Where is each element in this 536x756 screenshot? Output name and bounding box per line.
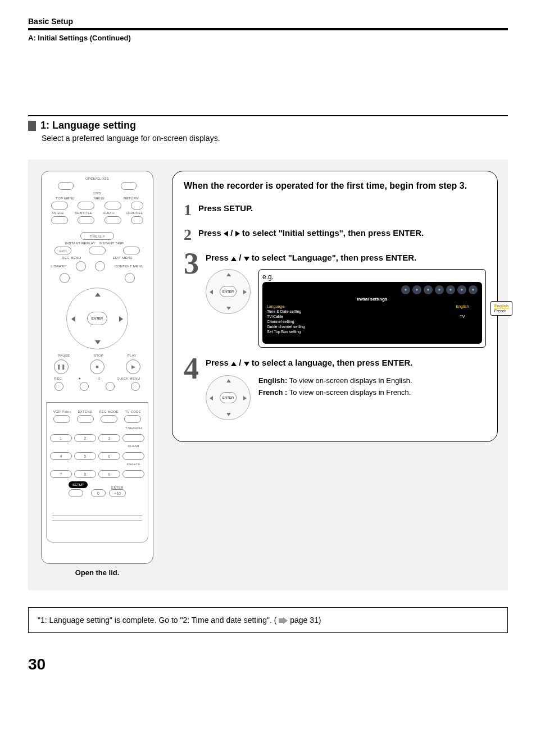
tv-code-button[interactable] bbox=[124, 415, 141, 423]
rule-thick bbox=[28, 28, 508, 30]
up-icon bbox=[231, 362, 237, 366]
num-2[interactable]: 2 bbox=[74, 434, 96, 442]
rec-button[interactable] bbox=[54, 382, 63, 391]
play-button[interactable]: ▶ bbox=[126, 359, 140, 374]
page-ref-arrow-icon bbox=[279, 617, 288, 624]
down-icon bbox=[244, 362, 249, 366]
top-menu-button[interactable] bbox=[51, 202, 68, 210]
step-number: 4 bbox=[184, 353, 199, 384]
clear-button[interactable] bbox=[122, 452, 144, 460]
return-button[interactable] bbox=[105, 202, 121, 210]
step-3: 3 Press / to select "Language", then pre… bbox=[184, 252, 486, 348]
num-9[interactable]: 9 bbox=[98, 470, 120, 478]
audio-button[interactable] bbox=[105, 216, 121, 224]
panel-intro: When the recorder is operated for the fi… bbox=[184, 180, 486, 192]
lbl-instant-replay: INSTANT REPLAY bbox=[46, 242, 96, 245]
power-button[interactable] bbox=[121, 182, 137, 190]
content-region: OPEN/CLOSE DVD TOP MENU MENU RETURN bbox=[28, 160, 508, 590]
star-button[interactable] bbox=[80, 382, 89, 391]
channel-down-button[interactable] bbox=[131, 216, 143, 224]
num-8[interactable]: 8 bbox=[74, 470, 96, 478]
num-0[interactable]: 0 bbox=[91, 489, 106, 497]
remote-lid: VCR Plus+ EXTEND REC MODE TV CODE bbox=[46, 402, 148, 543]
rec-menu-button[interactable] bbox=[76, 261, 86, 271]
step-3-title: Press / to select "Language", then press… bbox=[206, 252, 486, 263]
lbl-tv-code: TV CODE bbox=[125, 410, 141, 413]
timeslip-button[interactable]: TIMESLIP bbox=[80, 232, 114, 240]
lbl-play: PLAY bbox=[128, 354, 137, 357]
lbl-dvd: DVD bbox=[46, 192, 148, 195]
vcr-plus-button[interactable] bbox=[53, 415, 70, 423]
dpad-up-icon bbox=[226, 379, 231, 382]
rule-mid bbox=[28, 115, 508, 116]
instruction-panel: When the recorder is operated for the fi… bbox=[172, 171, 498, 442]
number-grid: T.SEARCH 1 2 3 CLEAR 4 5 6 DELETE 7 bbox=[50, 426, 144, 478]
lbl-rec-mode: REC MODE bbox=[99, 410, 119, 413]
lbl-channel: CHANNEL bbox=[125, 211, 143, 215]
osd-row-value bbox=[447, 330, 478, 334]
text: to select "Language", then press ENTER. bbox=[252, 253, 416, 262]
content-menu-button[interactable] bbox=[125, 273, 135, 283]
setup-button[interactable] bbox=[69, 489, 83, 497]
rec-mode-button[interactable] bbox=[101, 415, 117, 423]
enter-button[interactable]: ENTER bbox=[87, 312, 107, 325]
subtitle-button[interactable] bbox=[78, 216, 94, 224]
step-2-title: Press / to select "Initial settings", th… bbox=[198, 227, 486, 239]
library-button[interactable] bbox=[60, 273, 70, 283]
language-options: English: To view on-screen displays in E… bbox=[258, 375, 412, 399]
instant-replay-button[interactable] bbox=[89, 247, 106, 254]
lid-door-lines bbox=[52, 515, 142, 532]
easy-navi-button[interactable]: EASY bbox=[54, 247, 71, 254]
num-1[interactable]: 1 bbox=[50, 434, 72, 442]
dpad[interactable]: ENTER bbox=[66, 288, 128, 349]
lbl-subtitle: SUBTITLE bbox=[75, 211, 92, 215]
dpad-down-icon bbox=[95, 340, 101, 344]
osd-row-value bbox=[447, 325, 478, 329]
osd-example: e.g. ● ● ● ● ● ● ● bbox=[258, 269, 486, 348]
quick-menu-button[interactable] bbox=[131, 382, 140, 391]
num-4[interactable]: 4 bbox=[50, 452, 72, 460]
channel-up-button[interactable] bbox=[131, 202, 143, 210]
osd-screen: ● ● ● ● ● ● ● Initial settings bbox=[262, 282, 482, 344]
osd-row-label: Set Top Box setting bbox=[267, 330, 301, 334]
lbl-content-menu: CONTENT MENU bbox=[115, 265, 144, 268]
o-button[interactable] bbox=[106, 382, 115, 391]
lbl-instant-skip: INSTANT SKIP bbox=[99, 242, 148, 245]
dpad-right-icon bbox=[243, 396, 247, 400]
lbl-return: RETURN bbox=[124, 197, 139, 200]
lbl-rec-menu: REC MENU bbox=[62, 256, 81, 259]
num-6[interactable]: 6 bbox=[98, 452, 120, 460]
extend-button[interactable] bbox=[77, 415, 94, 423]
num-3[interactable]: 3 bbox=[98, 434, 120, 442]
osd-row-value bbox=[447, 309, 478, 313]
dpad-up-icon bbox=[226, 273, 231, 276]
step-1-title: Press SETUP. bbox=[198, 202, 486, 214]
tsearch-button[interactable] bbox=[122, 434, 144, 442]
lbl-clear: CLEAR bbox=[122, 444, 144, 450]
remote-caption: Open the lid. bbox=[38, 568, 156, 577]
angle-button[interactable] bbox=[51, 216, 68, 224]
stop-button[interactable]: ■ bbox=[90, 359, 105, 374]
text: Press bbox=[198, 228, 224, 238]
menu-button[interactable] bbox=[78, 202, 94, 210]
footer-note: "1: Language setting" is complete. Go to… bbox=[28, 607, 508, 633]
text: to select "Initial settings", then press… bbox=[242, 228, 424, 238]
num-5[interactable]: 5 bbox=[74, 452, 96, 460]
dpad-down-icon bbox=[226, 413, 231, 416]
step-4: 4 Press / to select a language, then pre… bbox=[184, 357, 486, 420]
osd-title: Initial settings bbox=[267, 297, 478, 302]
instant-skip-button[interactable] bbox=[123, 247, 140, 254]
osd-row: Set Top Box setting bbox=[267, 329, 478, 334]
open-close-button[interactable] bbox=[58, 182, 74, 190]
pause-button[interactable]: ❚❚ bbox=[54, 359, 69, 374]
edit-menu-button[interactable] bbox=[95, 261, 105, 271]
osd-row: TV/CableTV bbox=[267, 314, 478, 319]
text: Press bbox=[206, 358, 231, 367]
osd-row: LanguageEnglish bbox=[267, 304, 478, 309]
lbl-star: ★ bbox=[78, 376, 81, 380]
section-marker bbox=[28, 121, 36, 131]
num-7[interactable]: 7 bbox=[50, 470, 72, 478]
popup-item: English bbox=[494, 303, 508, 308]
num-plus10[interactable]: +10 bbox=[109, 489, 126, 497]
delete-button[interactable] bbox=[122, 470, 144, 478]
